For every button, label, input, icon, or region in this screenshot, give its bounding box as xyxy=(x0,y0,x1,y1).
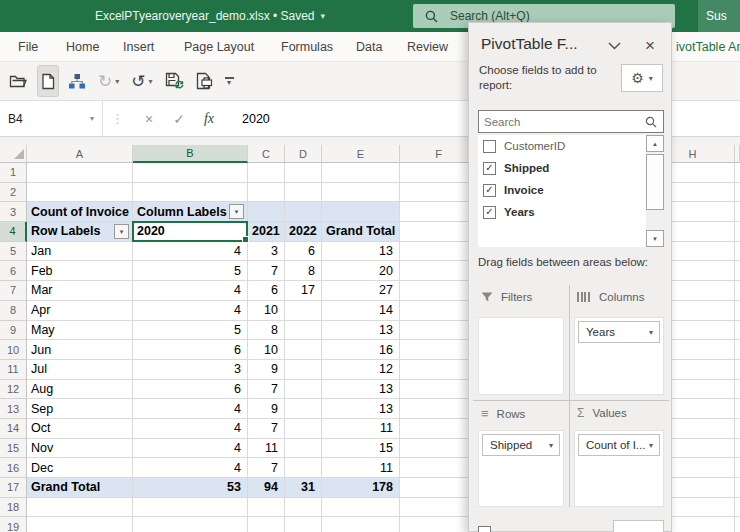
scrollbar-thumb[interactable] xyxy=(646,154,664,210)
checkbox-checked-icon[interactable]: ✓ xyxy=(483,184,496,197)
cell-E1[interactable] xyxy=(322,163,400,183)
cell-D2[interactable] xyxy=(285,183,322,203)
cell-A14[interactable]: Oct xyxy=(27,419,133,439)
cell-A12[interactable]: Aug xyxy=(27,380,133,400)
cell-B15[interactable]: 4 xyxy=(133,439,248,459)
tab-home[interactable]: Home xyxy=(66,32,99,62)
cell-C1[interactable] xyxy=(248,163,285,183)
cell-F18[interactable] xyxy=(400,498,478,518)
cell-C12[interactable]: 7 xyxy=(248,380,285,400)
cell-B14[interactable]: 4 xyxy=(133,419,248,439)
row-header-3[interactable]: 3 xyxy=(0,202,27,222)
cell-D15[interactable] xyxy=(285,439,322,459)
open-file-icon[interactable] xyxy=(6,66,31,96)
cell-E19[interactable] xyxy=(322,517,400,532)
cell-F17[interactable] xyxy=(400,478,478,498)
tab-file[interactable]: File xyxy=(18,32,38,62)
cell-E7[interactable]: 27 xyxy=(322,281,400,301)
cell-F3[interactable] xyxy=(400,202,478,222)
cell-E5[interactable]: 13 xyxy=(322,242,400,262)
new-file-icon[interactable] xyxy=(37,65,59,97)
cell-C14[interactable]: 7 xyxy=(248,419,285,439)
field-list-scrollbar[interactable]: ▲ ▼ xyxy=(646,135,664,247)
field-item-invoice[interactable]: ✓Invoice xyxy=(478,179,664,201)
cell-C8[interactable]: 10 xyxy=(248,301,285,321)
name-box[interactable]: B4 ▾ xyxy=(0,101,103,136)
cell-B16[interactable]: 4 xyxy=(133,458,248,478)
cell-F1[interactable] xyxy=(400,163,478,183)
update-button[interactable] xyxy=(613,520,664,532)
cell-C5[interactable]: 3 xyxy=(248,242,285,262)
cell-F7[interactable] xyxy=(400,281,478,301)
chevron-down-icon[interactable]: ▾ xyxy=(649,441,653,450)
cell-A8[interactable]: Apr xyxy=(27,301,133,321)
row-header-16[interactable]: 16 xyxy=(0,458,27,478)
fields-search-input[interactable]: Search xyxy=(478,110,664,133)
cell-D11[interactable] xyxy=(285,360,322,380)
checkbox-unchecked-icon[interactable] xyxy=(483,140,496,153)
tab-page-layout[interactable]: Page Layout xyxy=(184,32,254,62)
cell-A17[interactable]: Grand Total xyxy=(27,478,133,498)
cell-E12[interactable]: 13 xyxy=(322,380,400,400)
defer-layout-checkbox[interactable] xyxy=(478,526,491,532)
cell-C18[interactable] xyxy=(248,498,285,518)
tab-insert[interactable]: Insert xyxy=(123,32,154,62)
cell-F19[interactable] xyxy=(400,517,478,532)
cell-C3[interactable] xyxy=(248,202,285,222)
save-sync-icon[interactable] xyxy=(162,66,187,96)
enter-icon[interactable]: ✓ xyxy=(164,106,194,132)
filter-dropdown-icon[interactable]: ▾ xyxy=(114,224,129,239)
row-header-15[interactable]: 15 xyxy=(0,439,27,459)
cell-D16[interactable] xyxy=(285,458,322,478)
cell-C11[interactable]: 9 xyxy=(248,360,285,380)
cell-D17[interactable]: 31 xyxy=(285,478,322,498)
drag-handle-icon[interactable]: ⋮ xyxy=(111,111,124,126)
cell-F13[interactable] xyxy=(400,399,478,419)
field-item-years[interactable]: ✓Years xyxy=(478,201,664,223)
cell-C2[interactable] xyxy=(248,183,285,203)
redo-icon[interactable]: ↻ ▾ xyxy=(95,66,122,96)
row-header-4[interactable]: 4 xyxy=(0,222,27,242)
tab-data[interactable]: Data xyxy=(356,32,382,62)
row-header-6[interactable]: 6 xyxy=(0,261,27,281)
cell-C15[interactable]: 11 xyxy=(248,439,285,459)
cell-A13[interactable]: Sep xyxy=(27,399,133,419)
row-header-12[interactable]: 12 xyxy=(0,380,27,400)
cell-F5[interactable] xyxy=(400,242,478,262)
cell-F9[interactable] xyxy=(400,321,478,341)
tab-pivottable-analyze[interactable]: ivotTable An xyxy=(676,32,740,62)
checkbox-checked-icon[interactable]: ✓ xyxy=(483,162,496,175)
cell-D8[interactable] xyxy=(285,301,322,321)
cell-D9[interactable] xyxy=(285,321,322,341)
cell-B7[interactable]: 4 xyxy=(133,281,248,301)
cell-C17[interactable]: 94 xyxy=(248,478,285,498)
columns-drop-area[interactable]: Years▾ xyxy=(574,317,664,395)
cell-E13[interactable]: 13 xyxy=(322,399,400,419)
cell-A2[interactable] xyxy=(27,183,133,203)
values-drop-area[interactable]: Count of I...▾ xyxy=(574,430,664,507)
cell-B8[interactable]: 4 xyxy=(133,301,248,321)
field-item-customerid[interactable]: CustomerID xyxy=(478,135,664,157)
select-all-corner[interactable] xyxy=(14,149,24,159)
cancel-icon[interactable]: × xyxy=(134,106,164,132)
row-header-5[interactable]: 5 xyxy=(0,242,27,262)
cell-A15[interactable]: Nov xyxy=(27,439,133,459)
cell-A3[interactable]: Count of Invoice xyxy=(27,202,133,222)
cell-B12[interactable]: 6 xyxy=(133,380,248,400)
column-header-B[interactable]: B xyxy=(133,145,248,163)
print-preview-icon[interactable] xyxy=(193,66,216,96)
cell-A10[interactable]: Jun xyxy=(27,340,133,360)
column-header-D[interactable]: D xyxy=(285,145,322,163)
cell-B17[interactable]: 53 xyxy=(133,478,248,498)
cell-D13[interactable] xyxy=(285,399,322,419)
cell-D3[interactable] xyxy=(285,202,322,222)
checkbox-checked-icon[interactable]: ✓ xyxy=(483,206,496,219)
cell-E18[interactable] xyxy=(322,498,400,518)
account-button[interactable]: Sus xyxy=(698,0,740,32)
row-header-9[interactable]: 9 xyxy=(0,321,27,341)
column-header-A[interactable]: A xyxy=(27,145,133,163)
row-header-10[interactable]: 10 xyxy=(0,340,27,360)
row-header-7[interactable]: 7 xyxy=(0,281,27,301)
field-item-shipped[interactable]: ✓Shipped xyxy=(478,157,664,179)
cell-A1[interactable] xyxy=(27,163,133,183)
